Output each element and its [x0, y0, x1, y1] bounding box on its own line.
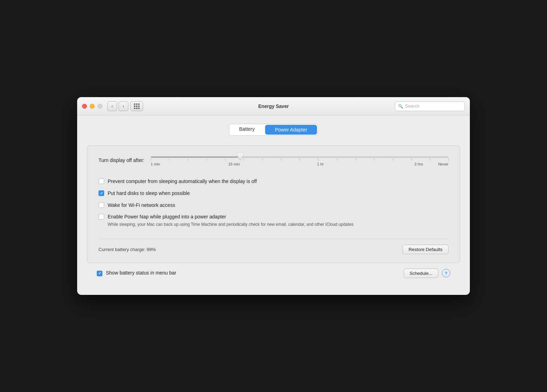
settings-panel: Turn display off after: — [87, 146, 460, 263]
nav-buttons: ‹ › — [107, 101, 128, 111]
search-bar[interactable]: 🔍 Search — [395, 101, 465, 111]
grid-icon — [134, 103, 140, 109]
checkbox-wifi: Wake for Wi-Fi network access — [99, 202, 448, 209]
checkbox-power-nap: Enable Power Nap while plugged into a po… — [99, 214, 448, 227]
label-3hrs: 3 hrs — [414, 162, 423, 166]
slider-labels: 1 min 15 min 1 hr 3 hrs Never — [151, 162, 448, 168]
tabs: Battery Power Adapter — [229, 124, 318, 136]
forward-icon: › — [123, 103, 124, 109]
help-button[interactable]: ? — [442, 269, 450, 277]
maximize-button[interactable] — [97, 104, 102, 109]
forward-button[interactable]: › — [119, 101, 128, 111]
slider-label: Turn display off after: — [99, 157, 144, 163]
checkbox-wifi-label: Wake for Wi-Fi network access — [108, 202, 175, 209]
checkbox-power-nap-sublabel: While sleeping, your Mac can back up usi… — [108, 222, 353, 228]
search-icon: 🔍 — [398, 104, 403, 109]
titlebar: ‹ › Energy Saver 🔍 Search — [77, 97, 470, 115]
close-button[interactable] — [82, 104, 87, 109]
tab-battery[interactable]: Battery — [229, 124, 264, 135]
tab-power-adapter[interactable]: Power Adapter — [265, 125, 317, 135]
checkboxes: Prevent computer from sleeping automatic… — [99, 178, 448, 227]
footer-right: Schedule... ? — [404, 269, 450, 278]
content-area: Battery Power Adapter Turn display off a… — [77, 115, 470, 295]
schedule-button[interactable]: Schedule... — [404, 269, 438, 278]
footer: Show battery status in menu bar Schedule… — [87, 263, 460, 285]
checkbox-power-nap-input[interactable] — [99, 214, 104, 219]
restore-defaults-button[interactable]: Restore Defaults — [403, 245, 448, 254]
back-icon: ‹ — [112, 103, 113, 109]
display-off-slider-section: Turn display off after: — [99, 156, 448, 168]
battery-charge-label: Current battery charge: 99% — [99, 247, 156, 252]
label-15min: 15 min — [228, 162, 240, 166]
show-battery-row: Show battery status in menu bar — [97, 270, 176, 277]
checkbox-hard-disks-input[interactable] — [99, 190, 104, 196]
window-title: Energy Saver — [258, 103, 289, 109]
checkbox-prevent-sleep-input[interactable] — [99, 178, 104, 184]
label-never: Never — [438, 162, 448, 166]
show-battery-label: Show battery status in menu bar — [106, 270, 176, 277]
checkbox-prevent-sleep-label: Prevent computer from sleeping automatic… — [108, 178, 257, 185]
traffic-lights — [82, 104, 102, 109]
search-placeholder: Search — [405, 103, 419, 109]
grid-view-button[interactable] — [130, 101, 143, 111]
label-1hr: 1 hr — [317, 162, 324, 166]
minimize-button[interactable] — [90, 104, 95, 109]
checkbox-prevent-sleep: Prevent computer from sleeping automatic… — [99, 178, 448, 185]
checkbox-show-battery-input[interactable] — [97, 271, 102, 276]
checkbox-hard-disks-label: Put hard disks to sleep when possible — [108, 190, 190, 197]
back-button[interactable]: ‹ — [107, 101, 117, 111]
bottom-info: Current battery charge: 99% Restore Defa… — [99, 239, 448, 254]
checkbox-wifi-input[interactable] — [99, 202, 104, 208]
slider-ticks — [151, 158, 448, 161]
label-1min: 1 min — [151, 162, 160, 166]
checkbox-hard-disks: Put hard disks to sleep when possible — [99, 190, 448, 197]
main-window: ‹ › Energy Saver 🔍 Search Battery Power … — [77, 97, 470, 295]
tabs-container: Battery Power Adapter — [87, 124, 460, 136]
checkbox-power-nap-label: Enable Power Nap while plugged into a po… — [108, 214, 353, 221]
